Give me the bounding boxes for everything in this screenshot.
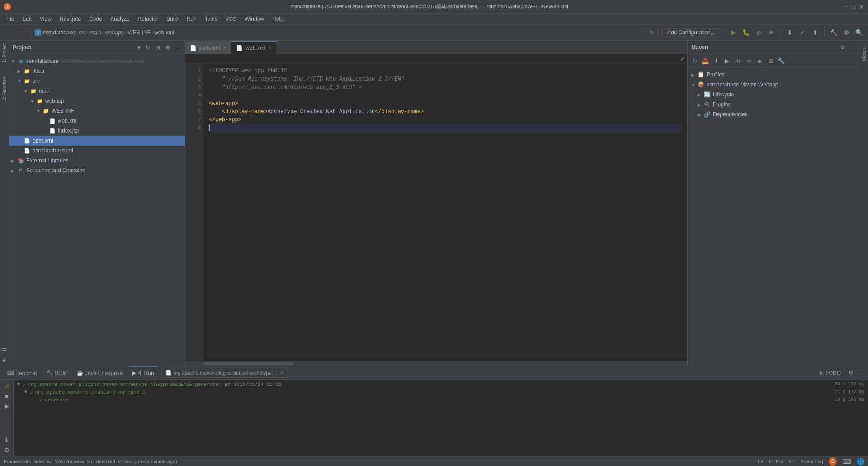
maven-hide-btn[interactable]: ─: [848, 44, 855, 51]
tree-item-idea[interactable]: ▶ 📁 .idea: [9, 66, 185, 76]
breadcrumb-webapp[interactable]: webapp: [105, 29, 124, 36]
run-with-coverage-btn[interactable]: ◎: [753, 27, 764, 38]
maven-item-plugins[interactable]: ▶ 🔌 Plugins: [688, 100, 859, 109]
tab-webxml-close[interactable]: ✕: [268, 45, 272, 51]
run-panel-hide[interactable]: ─: [857, 369, 864, 376]
maven-item-lifecycle[interactable]: ▶ 🔄 Lifecycle: [688, 90, 859, 100]
menu-navigate[interactable]: Navigate: [56, 15, 85, 23]
maven-show-diagram-btn[interactable]: ◈: [755, 56, 764, 66]
tab-pom-close[interactable]: ✕: [222, 45, 226, 51]
run-tab-6[interactable]: 6: TODO: [816, 366, 844, 380]
run-stop-btn[interactable]: ■: [2, 391, 11, 400]
maven-item-dependencies[interactable]: ▶ 🔗 Dependencies: [688, 109, 859, 119]
menu-run[interactable]: Run: [183, 15, 200, 23]
run-item-standalone-pom[interactable]: ▼ ✓ org.apache.maven:standalone-pom:pom:…: [17, 389, 864, 397]
profile-btn[interactable]: ⊗: [766, 27, 777, 38]
vcs-commit-btn[interactable]: ✓: [797, 27, 808, 38]
tree-item-pomxml[interactable]: 📄 pom.xml: [9, 136, 185, 146]
status-lf[interactable]: LF: [758, 459, 764, 464]
search-everywhere-btn[interactable]: 🔍: [854, 27, 864, 38]
maven-run-task-btn[interactable]: ▶: [722, 56, 732, 66]
tree-item-webapp[interactable]: ▼ 📁 webapp: [9, 96, 185, 106]
maven-collapse-btn[interactable]: ⊟: [765, 56, 775, 66]
run-settings-btn[interactable]: ⚙: [2, 445, 11, 454]
run-item-generate[interactable]: ✓ generate 10 s 592 ms: [17, 397, 864, 404]
menu-refactor[interactable]: Refactor: [134, 15, 162, 23]
tab-pomxml[interactable]: 📄 pom.xml ✕: [185, 41, 231, 54]
menu-view[interactable]: View: [36, 15, 55, 23]
status-utf8[interactable]: UTF-8: [769, 459, 783, 464]
left-vtab-2[interactable]: 2: Favorites: [1, 74, 8, 103]
menu-build[interactable]: Build: [163, 15, 182, 23]
structure-icon[interactable]: ☰: [0, 346, 9, 356]
maven-skip-tests-btn[interactable]: m: [733, 56, 743, 66]
menu-window[interactable]: Window: [241, 15, 268, 23]
minimize-btn[interactable]: ─: [843, 3, 848, 11]
settings-panel-btn[interactable]: ⚙: [164, 44, 171, 51]
tree-item-ssmdatabase-root[interactable]: ▼ ◼ ssmdatabase D:\360MoveData\Users\Adm…: [9, 56, 185, 66]
build-tab[interactable]: 🔨Build: [43, 366, 71, 380]
maven-download-btn[interactable]: ⬇: [711, 56, 721, 66]
run-scroll-end-btn[interactable]: ⬇: [2, 435, 11, 444]
tree-item-webxml[interactable]: 📄 web.xml: [9, 116, 185, 126]
tab-webxml[interactable]: 📄 web.xml ✕: [231, 41, 277, 54]
tree-item-scratches[interactable]: ▶ 🗒 Scratches and Consoles: [9, 166, 185, 176]
terminal-tab[interactable]: ⌨Terminal: [4, 366, 40, 380]
tree-item-indexjsp[interactable]: 📄 index.jsp: [9, 126, 185, 136]
build-btn[interactable]: 🔨: [828, 27, 839, 38]
tree-item-extlibs[interactable]: ▶ 📚 External Libraries: [9, 156, 185, 166]
settings-btn[interactable]: ⚙: [841, 27, 852, 38]
tree-item-webinf[interactable]: ▼ 📁 WEB-INF: [9, 106, 185, 116]
menu-tools[interactable]: Tools: [201, 15, 221, 23]
hide-panel-btn[interactable]: ─: [174, 44, 181, 51]
scrollbar-thumb[interactable]: [203, 362, 294, 365]
maven-refresh-btn[interactable]: ↻: [689, 56, 699, 66]
maven-item-profiles[interactable]: ▶ 📋 Profiles: [688, 70, 859, 80]
maven-side-label[interactable]: Maven: [860, 43, 868, 65]
run-panel-settings[interactable]: ⚙: [847, 369, 854, 376]
breadcrumb-main[interactable]: main: [90, 29, 101, 36]
run-item-maven-archetype[interactable]: ▼ ✓ org.apache.maven.plugins:maven-arche…: [17, 381, 864, 389]
maven-import-btn[interactable]: 📥: [700, 56, 710, 66]
left-vtab-1[interactable]: 1: Project: [1, 41, 8, 65]
code-area[interactable]: <!DOCTYPE web-app PUBLIC "-//Sun Microsy…: [203, 63, 687, 361]
tree-item-src[interactable]: ▼ 📁 src: [9, 76, 185, 86]
forward-btn[interactable]: →: [16, 27, 27, 38]
notification-badge[interactable]: S: [829, 457, 837, 466]
menu-edit[interactable]: Edit: [19, 15, 35, 23]
menu-analyze[interactable]: Analyze: [107, 15, 133, 23]
breadcrumb-ssmdatabase[interactable]: ssmdatabase: [43, 29, 75, 36]
maven-thread-btn[interactable]: ⇒: [744, 56, 754, 66]
status-linecol[interactable]: 8:1: [788, 459, 795, 464]
horizontal-scrollbar[interactable]: [185, 361, 687, 366]
sync-files-btn[interactable]: ↻: [144, 44, 151, 51]
run-config-close[interactable]: ✕: [280, 370, 284, 376]
breadcrumb-webxml[interactable]: web.xml: [154, 29, 174, 36]
run-resume-btn[interactable]: ▶: [2, 401, 11, 410]
tree-item-main[interactable]: ▼ 📁 main: [9, 86, 185, 96]
maximize-btn[interactable]: □: [852, 3, 855, 10]
debug-btn[interactable]: 🐛: [741, 27, 751, 38]
tree-item-iml[interactable]: 📄 ssmdatabase.iml: [9, 146, 185, 156]
breadcrumb-src[interactable]: src: [79, 29, 86, 36]
bookmark-icon[interactable]: ★: [0, 356, 9, 366]
run-btn[interactable]: ▶: [728, 27, 739, 38]
sync-icon[interactable]: ↻: [649, 29, 655, 36]
maven-wrench-btn[interactable]: 🔧: [776, 56, 786, 66]
dropdown-arrow[interactable]: ▼: [137, 45, 142, 50]
menu-vcs[interactable]: VCS: [222, 15, 241, 23]
close-btn[interactable]: ✕: [859, 3, 864, 10]
vcs-update-btn[interactable]: ⬇: [784, 27, 795, 38]
run-config-tab[interactable]: 📄 org.apache.maven.plugins:maven-archety…: [161, 368, 288, 378]
menu-code[interactable]: Code: [85, 15, 106, 23]
add-configuration-btn[interactable]: Add Configuration...: [662, 28, 720, 37]
status-event-log[interactable]: Event Log: [801, 459, 823, 464]
back-btn[interactable]: ←: [4, 27, 14, 38]
maven-settings-btn[interactable]: ⚙: [839, 44, 846, 51]
menu-file[interactable]: File: [2, 15, 18, 23]
run-restart-btn[interactable]: ↺: [2, 381, 11, 390]
menu-help[interactable]: Help: [269, 15, 287, 23]
collapse-all-btn[interactable]: ⊟: [154, 44, 161, 51]
breadcrumb-webinf[interactable]: WEB-INF: [127, 29, 151, 36]
java-enterprise-tab[interactable]: ☕Java Enterprise: [73, 366, 126, 380]
